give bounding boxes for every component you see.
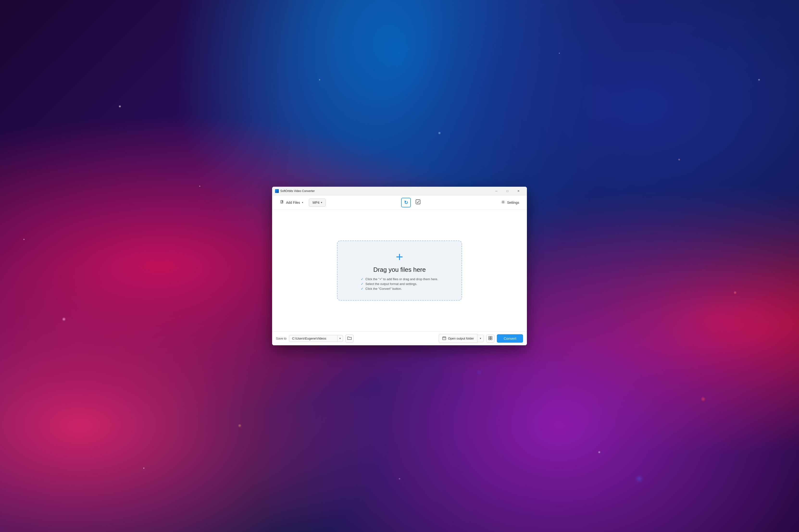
grid-icon (488, 336, 492, 341)
footer: Save to C:\Users\Eugene\Videos ▾ (272, 331, 527, 345)
hint-text-3: Click the "Convert" button. (365, 287, 402, 290)
open-output-dropdown[interactable]: ▾ (477, 335, 484, 342)
hint-check-icon-3: ✓ (361, 287, 364, 290)
hint-check-icon-2: ✓ (361, 282, 364, 286)
settings-label: Settings (507, 201, 519, 205)
minimize-button[interactable]: ─ (491, 187, 502, 195)
format-dropdown-icon: ▾ (321, 201, 322, 204)
open-output-group: Open output folder ▾ (439, 334, 484, 343)
checkmark-icon (415, 199, 421, 206)
titlebar: SoftOrbits Video Converter ─ □ ✕ (272, 187, 527, 195)
save-path-selector[interactable]: C:\Users\Eugene\Videos ▾ (289, 335, 343, 342)
add-files-button[interactable]: Add Files ▾ (277, 198, 306, 207)
drop-zone-plus-icon: + (396, 251, 403, 263)
svg-rect-12 (490, 338, 492, 340)
format-label: MP4 (313, 201, 319, 205)
add-files-dropdown-icon: ▾ (302, 201, 303, 204)
main-content: + Drag you files here ✓ Click the "+" to… (272, 210, 527, 331)
hint-text-2: Select the output format and settings. (365, 282, 417, 286)
calendar-icon (442, 336, 446, 341)
refresh-button[interactable]: ↻ (401, 198, 411, 207)
svg-rect-9 (489, 337, 490, 338)
toolbar: Add Files ▾ MP4 ▾ ↻ (272, 195, 527, 210)
drop-zone-hint-2: ✓ Select the output format and settings. (361, 282, 438, 286)
file-icon (280, 200, 284, 205)
open-output-button[interactable]: Open output folder (439, 334, 478, 343)
window-controls: ─ □ ✕ (491, 187, 524, 195)
save-to-label: Save to (276, 337, 286, 340)
app-window: SoftOrbits Video Converter ─ □ ✕ Add Fil… (272, 187, 527, 345)
format-selector[interactable]: MP4 ▾ (309, 198, 326, 207)
convert-label: Convert (504, 337, 516, 341)
add-files-label: Add Files (286, 201, 300, 205)
svg-point-4 (503, 202, 504, 203)
drop-zone-hint-1: ✓ Click the "+" to add files or drag and… (361, 277, 438, 281)
svg-rect-10 (490, 337, 492, 338)
drop-zone-title: Drag you files here (373, 266, 426, 273)
save-path-text: C:\Users\Eugene\Videos (289, 335, 337, 342)
svg-rect-5 (443, 337, 446, 340)
svg-rect-3 (416, 200, 420, 204)
open-output-label: Open output folder (448, 337, 474, 340)
hint-check-icon-1: ✓ (361, 277, 364, 281)
save-path-dropdown-icon[interactable]: ▾ (337, 336, 343, 341)
browse-folder-button[interactable] (346, 335, 354, 343)
drop-zone-hints: ✓ Click the "+" to add files or drag and… (361, 277, 438, 290)
close-button[interactable]: ✕ (513, 187, 524, 195)
window-title: SoftOrbits Video Converter (280, 189, 491, 193)
convert-button[interactable]: Convert (497, 334, 523, 343)
hint-text-1: Click the "+" to add files or drag and d… (365, 277, 438, 281)
folder-icon (347, 336, 352, 341)
check-button[interactable] (413, 198, 423, 207)
maximize-button[interactable]: □ (502, 187, 513, 195)
svg-rect-11 (489, 338, 490, 340)
settings-gear-icon (501, 200, 505, 205)
drop-zone-hint-3: ✓ Click the "Convert" button. (361, 287, 438, 290)
drop-zone[interactable]: + Drag you files here ✓ Click the "+" to… (337, 241, 462, 301)
app-icon (275, 189, 279, 193)
refresh-icon: ↻ (404, 200, 408, 206)
grid-view-button[interactable] (486, 335, 495, 343)
settings-button[interactable]: Settings (498, 198, 522, 207)
